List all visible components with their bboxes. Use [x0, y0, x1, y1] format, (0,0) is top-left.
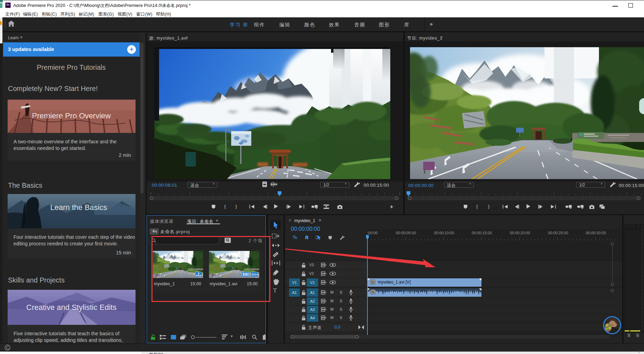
svg-text:T: T: [273, 287, 277, 293]
svg-text:Premiere Pro Overview: Premiere Pro Overview: [32, 111, 111, 120]
svg-text:Learn the Basics: Learn the Basics: [50, 203, 107, 212]
svg-text:Creative and Stylistic Edits: Creative and Stylistic Edits: [26, 303, 116, 312]
